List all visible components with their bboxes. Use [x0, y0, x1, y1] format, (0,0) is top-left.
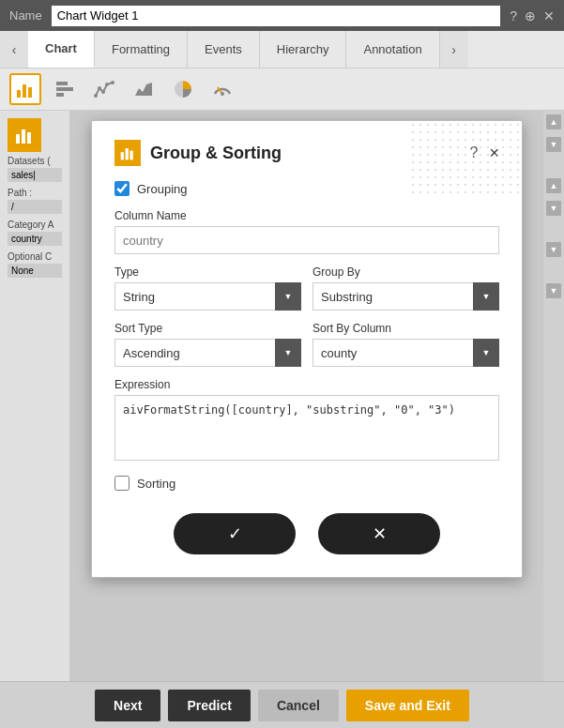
groupby-label: Group By: [312, 265, 499, 279]
sortbycolumn-field: Sort By Column county sales region: [312, 322, 499, 367]
main-area: Datasets ( sales| Path : / Category A co…: [0, 111, 564, 681]
icon-toolbar: [0, 68, 564, 111]
group-sorting-modal: Group & Sorting ? × Grouping Column Name: [91, 120, 523, 578]
pie-chart-icon[interactable]: [167, 73, 199, 105]
sorting-checkbox[interactable]: [114, 476, 130, 491]
svg-point-14: [221, 92, 224, 96]
modal-title: Group & Sorting: [114, 140, 282, 166]
svg-rect-20: [130, 151, 132, 160]
tab-prev-button[interactable]: ‹: [0, 31, 28, 68]
type-field: Type String Number Date: [114, 265, 301, 311]
svg-rect-0: [17, 90, 21, 98]
grouping-label: Grouping: [137, 182, 187, 196]
title-bar: Name ? ⊕ ✕: [0, 0, 564, 31]
sorttype-select[interactable]: Ascending Descending None: [114, 339, 301, 367]
right-btn-down-2[interactable]: ▼: [546, 201, 561, 216]
tab-chart[interactable]: Chart: [28, 31, 95, 68]
chart-area: Group & Sorting ? × Grouping Column Name: [70, 111, 543, 681]
modal-header: Group & Sorting ? ×: [114, 140, 499, 166]
modal-confirm-button[interactable]: ✓: [174, 513, 296, 554]
column-name-input[interactable]: [114, 226, 499, 254]
path-label: Path :: [8, 188, 62, 198]
modal-cancel-button[interactable]: ✕: [318, 513, 440, 554]
svg-point-8: [101, 90, 105, 94]
close-icon[interactable]: ✕: [543, 8, 555, 23]
svg-rect-4: [56, 87, 73, 91]
gauge-icon[interactable]: [206, 73, 238, 105]
svg-point-6: [94, 94, 98, 98]
modal-header-icons: ? ×: [470, 144, 499, 163]
sales-value: sales|: [8, 168, 62, 182]
type-select[interactable]: String Number Date: [114, 282, 301, 311]
groupby-select-wrapper: Substring Value Range: [312, 282, 499, 311]
title-bar-icons: ? ⊕ ✕: [510, 8, 555, 23]
sorttype-label: Sort Type: [114, 322, 301, 335]
line-chart-icon[interactable]: [88, 73, 120, 105]
sorting-label: Sorting: [137, 477, 175, 491]
dataset-icon[interactable]: [8, 118, 41, 152]
sorttype-select-wrapper: Ascending Descending None: [114, 339, 301, 367]
svg-point-7: [98, 86, 101, 90]
sorttype-sortby-row: Sort Type Ascending Descending None Sort…: [114, 322, 499, 367]
svg-rect-15: [16, 134, 20, 144]
expression-label: Expression: [114, 378, 499, 391]
horizontal-bar-icon[interactable]: [49, 73, 81, 105]
right-btn-up-2[interactable]: ▲: [546, 178, 561, 193]
svg-rect-5: [56, 93, 64, 97]
svg-rect-1: [23, 84, 26, 98]
widget-name-input[interactable]: [52, 6, 501, 26]
right-btn-down-4[interactable]: ▼: [546, 283, 561, 298]
bar-chart-icon[interactable]: [9, 73, 41, 105]
svg-point-10: [111, 81, 114, 84]
sorttype-field: Sort Type Ascending Descending None: [114, 322, 301, 367]
grouping-checkbox[interactable]: [114, 181, 130, 196]
right-btn-down-3[interactable]: ▼: [546, 242, 561, 257]
predict-button[interactable]: Predict: [168, 690, 250, 721]
modal-help-icon[interactable]: ?: [470, 144, 479, 161]
tab-bar: ‹ Chart Formatting Events Hierarchy Anno…: [0, 31, 564, 68]
modal-overlay: Group & Sorting ? × Grouping Column Name: [70, 111, 543, 681]
type-groupby-row: Type String Number Date Group By: [114, 265, 499, 311]
move-icon[interactable]: ⊕: [525, 8, 536, 23]
right-btn-up-1[interactable]: ▲: [546, 114, 561, 129]
left-panel: Datasets ( sales| Path : / Category A co…: [0, 111, 70, 681]
path-value: /: [8, 200, 62, 214]
right-panel: ▲ ▼ ▲ ▼ ▼ ▼: [543, 111, 564, 681]
tab-hierarchy[interactable]: Hierarchy: [260, 31, 347, 68]
svg-rect-16: [22, 129, 25, 144]
cancel-button[interactable]: Cancel: [258, 690, 339, 721]
category-value: country: [8, 232, 62, 246]
tab-formatting[interactable]: Formatting: [95, 31, 188, 68]
column-name-label: Column Name: [114, 209, 499, 222]
svg-rect-2: [28, 87, 32, 98]
help-icon[interactable]: ?: [510, 8, 517, 23]
svg-rect-3: [56, 82, 68, 85]
next-button[interactable]: Next: [95, 690, 160, 721]
tab-next-button[interactable]: ›: [440, 31, 468, 68]
modal-title-text: Group & Sorting: [150, 144, 282, 163]
type-label: Type: [114, 265, 301, 279]
svg-rect-18: [121, 152, 124, 159]
right-btn-down-1[interactable]: ▼: [546, 137, 561, 152]
datasets-label: Datasets (: [8, 156, 62, 166]
groupby-select[interactable]: Substring Value Range: [312, 282, 499, 311]
sortbycolumn-select-wrapper: county sales region: [312, 339, 499, 367]
optional-value: None: [8, 264, 62, 278]
optional-label: Optional C: [8, 251, 62, 262]
save-exit-button[interactable]: Save and Exit: [346, 690, 469, 721]
modal-close-icon[interactable]: ×: [489, 144, 499, 163]
confirm-icon: ✓: [228, 523, 242, 544]
svg-rect-17: [27, 132, 31, 144]
sortbycolumn-select[interactable]: county sales region: [312, 339, 499, 367]
tab-events[interactable]: Events: [188, 31, 260, 68]
groupby-field: Group By Substring Value Range: [312, 265, 499, 311]
expression-textarea[interactable]: aivFormatString([country], "substring", …: [114, 395, 499, 461]
cancel-icon: ✕: [373, 523, 387, 544]
modal-actions: ✓ ✕: [114, 513, 499, 554]
sortbycolumn-label: Sort By Column: [312, 322, 499, 335]
bottom-bar: Next Predict Cancel Save and Exit: [0, 681, 564, 728]
sorting-row: Sorting: [114, 476, 499, 491]
area-chart-icon[interactable]: [128, 73, 160, 105]
svg-rect-19: [126, 148, 129, 159]
tab-annotation[interactable]: Annotation: [346, 31, 439, 68]
